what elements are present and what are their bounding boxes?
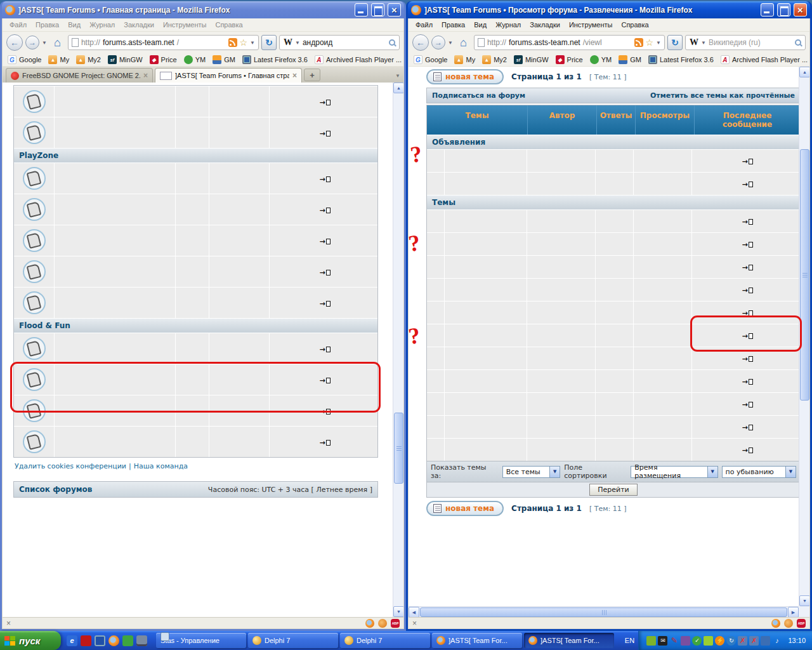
goto-last-post-icon[interactable]: [317, 269, 330, 277]
goto-last-post-icon[interactable]: [739, 241, 752, 249]
update-icon[interactable]: [704, 636, 713, 646]
menu-item[interactable]: Файл: [411, 20, 437, 30]
firefox-addon-icon[interactable]: [771, 619, 780, 628]
remote-desktop-icon[interactable]: [681, 636, 690, 646]
menu-item[interactable]: Справка: [211, 20, 247, 30]
sync-icon[interactable]: ↻: [726, 636, 736, 646]
search-icon[interactable]: [795, 39, 801, 46]
scrollbar-thumb[interactable]: [394, 413, 403, 484]
bookmark-item[interactable]: Google: [414, 55, 447, 64]
vertical-scrollbar[interactable]: [393, 83, 403, 617]
taskbar-window-button[interactable]: ]ASTS[ Team For...: [524, 633, 614, 648]
maximize-button[interactable]: [777, 3, 790, 17]
new-topic-button[interactable]: новая тема: [426, 69, 504, 84]
bookmark-dropdown-icon[interactable]: [250, 40, 255, 46]
addon-icon[interactable]: [784, 619, 793, 628]
menu-item[interactable]: Инструменты: [159, 20, 211, 30]
search-input[interactable]: андроид: [303, 38, 386, 47]
category-header[interactable]: Flood & Fun: [14, 318, 377, 333]
language-indicator[interactable]: EN: [620, 631, 638, 650]
rss-feed-icon[interactable]: [228, 38, 237, 47]
chevron-down-icon[interactable]: [707, 467, 717, 477]
goto-last-post-icon[interactable]: [317, 175, 330, 183]
mark-read-link[interactable]: Отметить все темы как прочтённые: [650, 91, 795, 100]
search-engine-dropdown-icon[interactable]: [295, 40, 300, 46]
menu-item[interactable]: Закладки: [119, 20, 159, 30]
menu-item[interactable]: Журнал: [491, 20, 525, 30]
menu-item[interactable]: Журнал: [85, 20, 119, 30]
chevron-down-icon[interactable]: [549, 467, 560, 477]
scroll-up-button[interactable]: [393, 83, 403, 93]
bookmark-item[interactable]: My2: [76, 55, 101, 64]
reload-button[interactable]: [261, 35, 277, 50]
search-box-left[interactable]: W андроид: [279, 35, 400, 50]
search-input[interactable]: Википедия (ru): [709, 38, 792, 47]
network-error-icon[interactable]: ✗: [738, 636, 747, 646]
taskbar-window-button[interactable]: Delphi 7: [340, 633, 430, 648]
mail-icon[interactable]: ✉: [658, 636, 667, 646]
forum-list-link[interactable]: Список форумов: [19, 485, 92, 494]
bookmark-item[interactable]: My: [454, 55, 475, 64]
search-icon[interactable]: [389, 39, 395, 46]
addon-icon[interactable]: [378, 619, 387, 628]
menu-item[interactable]: Файл: [5, 20, 31, 30]
bookmark-item[interactable]: Price: [556, 55, 583, 64]
column-header[interactable]: Ответы: [597, 105, 636, 135]
close-button[interactable]: [794, 3, 807, 17]
taskbar-window-button[interactable]: ]ASTS[ Team For...: [432, 633, 522, 648]
menu-item[interactable]: Справка: [617, 20, 653, 30]
close-button[interactable]: [388, 3, 401, 17]
search-engine-icon[interactable]: W: [284, 37, 292, 48]
new-tab-button[interactable]: [304, 69, 320, 81]
goto-last-post-icon[interactable]: [739, 263, 752, 272]
titlebar-right[interactable]: ]ASTS[ Team Forums • Просмотр форума - Р…: [408, 1, 810, 18]
menu-item[interactable]: Вид: [63, 20, 85, 30]
list-all-tabs-icon[interactable]: [395, 73, 400, 79]
column-header[interactable]: Просмотры: [636, 105, 695, 135]
column-header[interactable]: Автор: [528, 105, 597, 135]
menu-item[interactable]: Закладки: [525, 20, 565, 30]
browser-tab[interactable]: FreeBSD GNOME Project: GNOME 2.32 ...: [6, 68, 153, 83]
goto-last-post-icon[interactable]: [739, 157, 752, 166]
column-header[interactable]: Темы: [427, 105, 528, 135]
bookmark-star-icon[interactable]: [646, 38, 654, 47]
tab-close-icon[interactable]: [292, 71, 297, 80]
download-manager-icon[interactable]: [81, 635, 91, 646]
scrollbar-thumb[interactable]: [800, 149, 809, 401]
scroll-down-button[interactable]: [799, 595, 809, 606]
goto-last-post-icon[interactable]: [739, 446, 752, 454]
phone-icon[interactable]: [122, 635, 133, 646]
search-box-right[interactable]: W Википедия (ru): [685, 35, 806, 50]
network-icon[interactable]: [761, 636, 770, 646]
firefox-addon-icon[interactable]: [365, 619, 374, 628]
network-error2-icon[interactable]: ✗: [749, 636, 759, 646]
url-bar-left[interactable]: http://forums.asts-team.net/: [68, 35, 259, 50]
adblock-icon[interactable]: [797, 619, 806, 628]
back-button[interactable]: [412, 34, 429, 51]
scroll-down-button[interactable]: [393, 606, 403, 617]
our-team-link[interactable]: Наша команда: [134, 462, 188, 470]
column-header[interactable]: Последнее сообщение: [695, 105, 800, 135]
forward-button[interactable]: [431, 36, 445, 50]
bookmark-item[interactable]: My: [48, 55, 69, 64]
goto-last-post-icon[interactable]: [317, 345, 330, 354]
bookmark-item[interactable]: YM: [184, 55, 206, 64]
scrollbar-thumb[interactable]: [420, 607, 787, 617]
bookmark-item[interactable]: Latest Firefox 3.6: [648, 55, 714, 64]
horizontal-scrollbar[interactable]: [409, 606, 799, 617]
home-button[interactable]: [455, 35, 471, 51]
home-button[interactable]: [49, 35, 65, 51]
bookmark-dropdown-icon[interactable]: [656, 40, 661, 46]
agent-icon[interactable]: [646, 636, 656, 646]
minimize-button[interactable]: [761, 3, 774, 17]
bookmark-item[interactable]: Google: [8, 55, 41, 64]
bookmark-star-icon[interactable]: [240, 38, 248, 47]
goto-last-post-icon[interactable]: [317, 98, 330, 107]
goto-last-post-icon[interactable]: [317, 129, 330, 138]
goto-last-post-icon[interactable]: [739, 355, 752, 363]
history-dropdown-icon[interactable]: [448, 40, 453, 46]
goto-last-post-icon[interactable]: [317, 439, 330, 447]
firefox-icon[interactable]: [108, 635, 119, 646]
sort-field-select[interactable]: Время размещения: [631, 466, 717, 478]
ie-icon[interactable]: e: [67, 635, 77, 646]
